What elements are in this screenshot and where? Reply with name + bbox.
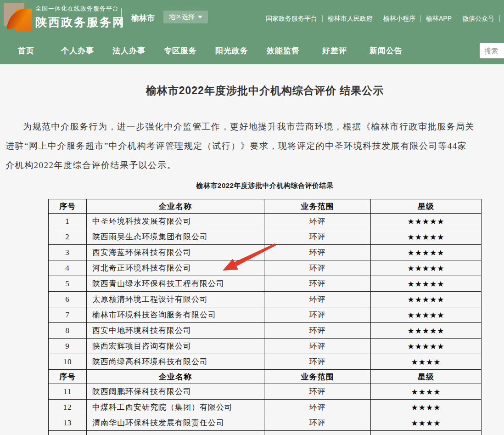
- nav-item[interactable]: 专区服务: [155, 37, 206, 64]
- row-number-cell: 13: [49, 415, 87, 431]
- page-title: 榆林市2022年度涉批中介机构综合评价 结果公示: [26, 64, 504, 98]
- star-rating-cell: ★★★★: [371, 384, 482, 400]
- table-row: 6太原核清环境工程设计有限公司环评★★★★★: [49, 292, 482, 307]
- table-row: 1中圣环境科技发展有限公司环评★★★★★: [49, 214, 482, 229]
- region-selector-label: 地区选择: [169, 13, 195, 21]
- region-selector-button[interactable]: 地区选择: [163, 11, 208, 23]
- row-number-cell: 12: [49, 400, 87, 415]
- header-divider: [121, 8, 122, 26]
- table-header-cell: 业务范围: [264, 370, 371, 384]
- platform-tagline: 全国一体化在线政务服务平台: [35, 5, 125, 13]
- star-rating-cell: ★★★★★: [371, 245, 482, 260]
- company-name-cell: 中煤科工西安研究院（集团）有限公司: [87, 400, 264, 415]
- company-name-cell: 陕西宏辉项目咨询有限公司: [87, 339, 264, 354]
- table-header-cell: 企业名称: [87, 370, 264, 384]
- table-header-cell: 企业名称: [87, 199, 264, 214]
- table-row: 8西安中地环境科技有限公司环评★★★★★: [49, 323, 482, 339]
- business-scope-cell: 环评: [264, 245, 371, 260]
- site-logo-icon: [4, 3, 31, 30]
- star-rating-cell: ★★★★: [371, 400, 482, 415]
- company-name-cell: 渭南华山环保科技发展有限责任公司: [87, 415, 264, 431]
- business-scope-cell: 环评: [264, 214, 371, 229]
- table-row: 10陕西尚绿高科环境科技有限公司环评★★★★: [49, 354, 482, 370]
- table-caption: 榆林市2022年度涉批中介机构综合评价结果: [26, 181, 504, 190]
- nav-item[interactable]: 法人办事: [103, 37, 155, 64]
- top-links: 国家政务服务平台榆林市人民政府榆林小程序榆林APP微信公众号注册: [261, 0, 504, 37]
- brand-block: 全国一体化在线政务服务平台 陕西政务服务网: [35, 5, 125, 30]
- announcement-paragraph: 为规范中介服务行为，进一步强化中介监管工作，更好地提升我市营商环境，根据《榆林市…: [6, 117, 504, 175]
- table-row: 3西安海蓝环保科技有限公司环评★★★★★: [49, 245, 482, 260]
- table-row: 7榆林市环境科技咨询服务有限公司环评★★★★★: [49, 307, 482, 323]
- nav-item[interactable]: 效能监督: [258, 37, 309, 64]
- top-link[interactable]: 榆林APP: [421, 15, 457, 22]
- nav-item[interactable]: 阳光政务: [206, 37, 258, 64]
- table-row: 5陕西青山绿水环保科技工程有限公司环评★★★★★: [49, 276, 482, 292]
- table-row-partial: [49, 431, 482, 435]
- main-nav: 首页个人办事法人办事专区服务阳光政务效能监督好差评新闻公告: [0, 37, 504, 64]
- paragraph-line: 进驻“网上中介服务超市”中介机构考评管理规定（试行）》要求，现将评定的中圣环境科…: [6, 136, 504, 156]
- row-number-cell: 4: [49, 260, 87, 276]
- current-city-label: 榆林市: [131, 13, 155, 23]
- star-rating-cell: ★★★★★: [371, 229, 482, 245]
- company-name-cell: 西安海蓝环保科技有限公司: [87, 245, 264, 260]
- star-rating-cell: ★★★★: [371, 354, 482, 370]
- row-number-cell: 6: [49, 292, 87, 307]
- row-number-cell: 10: [49, 354, 87, 370]
- top-link[interactable]: 微信公众号: [457, 15, 500, 22]
- top-link[interactable]: 榆林小程序: [378, 15, 421, 22]
- star-rating-cell: ★★★★★: [371, 292, 482, 307]
- company-name-cell: 陕西尚绿高科环境科技有限公司: [87, 354, 264, 370]
- table-header-cell: 序号: [49, 370, 87, 384]
- star-rating-cell: ★★★★★: [371, 214, 482, 229]
- table-row: 13渭南华山环保科技发展有限责任公司环评★★★★: [49, 415, 482, 431]
- business-scope-cell: 环评: [264, 307, 371, 323]
- table-header-cell: 星级: [371, 199, 482, 214]
- row-number-cell: 8: [49, 323, 87, 339]
- company-name-cell: 榆林市环境科技咨询服务有限公司: [87, 307, 264, 323]
- company-name-cell: 西安中地环境科技有限公司: [87, 323, 264, 339]
- table-row: 2陕西雨昊生态环境集团有限公司环评★★★★★: [49, 229, 482, 245]
- chevron-down-icon: [198, 16, 202, 18]
- table-header-cell: 业务范围: [264, 199, 371, 214]
- search-input[interactable]: [480, 43, 504, 58]
- row-number-cell: 2: [49, 229, 87, 245]
- nav-item[interactable]: 首页: [0, 37, 52, 64]
- evaluation-table: 序号企业名称业务范围星级1中圣环境科技发展有限公司环评★★★★★2陕西雨昊生态环…: [48, 199, 482, 435]
- company-name-cell: 陕西阔鹏环保科技有限公司: [87, 384, 264, 400]
- row-number-cell: 5: [49, 276, 87, 292]
- nav-item[interactable]: 个人办事: [52, 37, 103, 64]
- row-number-cell: 3: [49, 245, 87, 260]
- site-header: 全国一体化在线政务服务平台 陕西政务服务网 榆林市 地区选择 国家政务服务平台榆…: [0, 0, 504, 37]
- star-rating-cell: ★★★★★: [371, 260, 482, 276]
- business-scope-cell: 环评: [264, 400, 371, 415]
- company-name-cell: 陕西青山绿水环保科技工程有限公司: [87, 276, 264, 292]
- business-scope-cell: 环评: [264, 276, 371, 292]
- paragraph-line: 为规范中介服务行为，进一步强化中介监管工作，更好地提升我市营商环境，根据《榆林市…: [6, 117, 504, 136]
- table-header-row: 序号企业名称业务范围星级: [49, 370, 482, 384]
- row-number-cell: 7: [49, 307, 87, 323]
- top-link[interactable]: 榆林市人民政府: [323, 15, 378, 22]
- business-scope-cell: 环评: [264, 260, 371, 276]
- business-scope-cell: 环评: [264, 415, 371, 431]
- article-content: 榆林市2022年度涉批中介机构综合评价 结果公示 为规范中介服务行为，进一步强化…: [0, 64, 504, 435]
- business-scope-cell: 环评: [264, 339, 371, 354]
- star-rating-cell: ★★★★★: [371, 307, 482, 323]
- row-number-cell: 9: [49, 339, 87, 354]
- row-number-cell: 11: [49, 384, 87, 400]
- nav-item[interactable]: 好差评: [309, 37, 360, 64]
- business-scope-cell: 环评: [264, 292, 371, 307]
- business-scope-cell: 环评: [264, 354, 371, 370]
- business-scope-cell: 环评: [264, 229, 371, 245]
- table-header-cell: 序号: [49, 199, 87, 214]
- top-link[interactable]: 国家政务服务平台: [261, 15, 323, 22]
- row-number-cell: 1: [49, 214, 87, 229]
- paragraph-line: 介机构2022年度综合评价结果予以公示。: [6, 156, 504, 175]
- star-rating-cell: ★★★★: [371, 415, 482, 431]
- table-row: 9陕西宏辉项目咨询有限公司环评★★★★★: [49, 339, 482, 354]
- table-header-row: 序号企业名称业务范围星级: [49, 199, 482, 214]
- nav-item[interactable]: 新闻公告: [360, 37, 412, 64]
- star-rating-cell: ★★★★★: [371, 339, 482, 354]
- table-row: 11陕西阔鹏环保科技有限公司环评★★★★: [49, 384, 482, 400]
- table-row: 4河北奇正环境科技有限公司环评★★★★★: [49, 260, 482, 276]
- table-row: 12中煤科工西安研究院（集团）有限公司环评★★★★: [49, 400, 482, 415]
